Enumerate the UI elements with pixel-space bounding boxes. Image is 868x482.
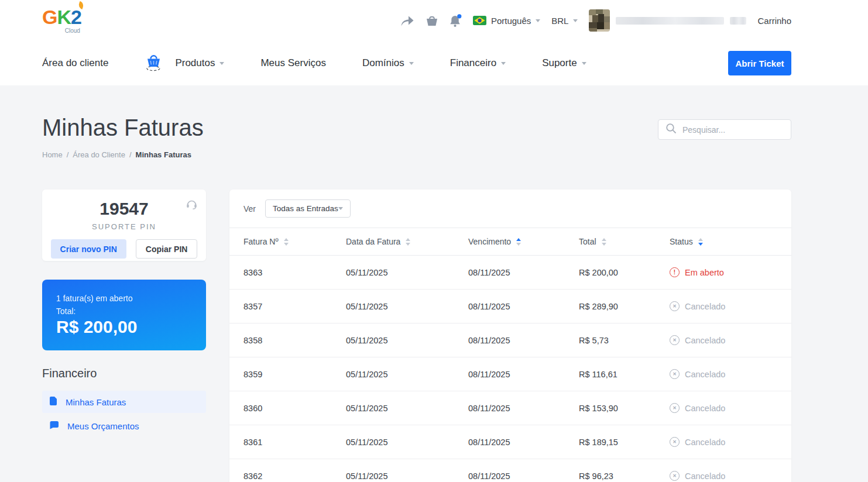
invoice-number: 8358: [243, 336, 346, 345]
support-pin-value: 19547: [42, 199, 206, 219]
avatar: [589, 9, 610, 32]
cart-basket-illustration-icon[interactable]: [145, 53, 163, 74]
column-header-data-da-fatura[interactable]: Data da Fatura: [346, 237, 468, 246]
sort-icon: [516, 238, 521, 246]
search-icon: [665, 123, 677, 136]
invoice-date: 05/11/2025: [346, 302, 468, 311]
open-ticket-button[interactable]: Abrir Ticket: [728, 51, 791, 75]
column-header-status[interactable]: Status: [670, 237, 777, 246]
invoice-due-date: 08/11/2025: [468, 404, 579, 413]
sidebar-item-meus-orcamentos[interactable]: Meus Orçamentos: [42, 415, 206, 436]
breadcrumb-separator: /: [67, 150, 69, 159]
status-icon: ✕: [670, 437, 680, 447]
status-label: Cancelado: [685, 370, 725, 379]
nav-item-financeiro[interactable]: Financeiro: [450, 57, 506, 69]
search-input[interactable]: [682, 125, 784, 135]
share-icon[interactable]: [400, 15, 414, 27]
breadcrumb: Home / Área do Cliente / Minhas Faturas: [42, 150, 191, 159]
table-header-row: Fatura Nº Data da Fatura Vencimento Tota…: [229, 228, 791, 256]
filter-label: Ver: [243, 204, 256, 214]
status-badge: ✕ Cancelado: [670, 437, 777, 447]
invoice-number: 8359: [243, 370, 346, 379]
table-row[interactable]: 8363 05/11/2025 08/11/2025 R$ 200,00 ! E…: [229, 256, 791, 290]
status-label: Cancelado: [685, 404, 725, 413]
sort-icon: [406, 238, 410, 246]
header: GK2 Cloud Português: [0, 0, 868, 85]
status-badge: ✕ Cancelado: [670, 369, 777, 379]
nav-item-suporte[interactable]: Suporte: [542, 57, 586, 69]
sort-icon: [602, 238, 606, 246]
create-pin-button[interactable]: Criar novo PIN: [51, 239, 126, 259]
currency-selector[interactable]: BRL: [551, 16, 578, 26]
status-label: Em aberto: [685, 268, 724, 277]
invoices-card: Ver Todas as Entradas Fatura Nº Data da …: [229, 190, 791, 482]
invoice-date: 05/11/2025: [346, 370, 468, 379]
breadcrumb-area-do-cliente[interactable]: Área do Cliente: [73, 150, 125, 159]
table-row[interactable]: 8360 05/11/2025 08/11/2025 R$ 153,90 ✕ C…: [229, 391, 791, 425]
sidebar: 19547 SUPORTE PIN Criar novo PIN Copiar …: [42, 190, 206, 439]
page-title: Minhas Faturas: [42, 115, 204, 141]
cart-link[interactable]: Carrinho: [757, 16, 791, 26]
headset-icon: [186, 199, 197, 212]
table-row[interactable]: 8361 05/11/2025 08/11/2025 R$ 189,15 ✕ C…: [229, 425, 791, 459]
gk2-logo[interactable]: GK2 Cloud: [42, 7, 81, 34]
invoice-number: 8360: [243, 404, 346, 413]
invoice-total: R$ 96,23: [579, 471, 670, 481]
user-menu[interactable]: [589, 9, 746, 32]
chevron-down-icon: [582, 62, 586, 65]
nav-item-area-do-cliente[interactable]: Área do cliente: [42, 57, 108, 69]
logo-letter-g: G: [42, 6, 57, 28]
chevron-down-icon: [536, 19, 540, 22]
basket-icon[interactable]: [426, 15, 438, 26]
table-row[interactable]: 8357 05/11/2025 08/11/2025 R$ 289,90 ✕ C…: [229, 290, 791, 323]
table-row[interactable]: 8362 05/11/2025 08/11/2025 R$ 96,23 ✕ Ca…: [229, 459, 791, 482]
table-row[interactable]: 8358 05/11/2025 08/11/2025 R$ 5,73 ✕ Can…: [229, 323, 791, 357]
column-header-vencimento[interactable]: Vencimento: [468, 237, 579, 246]
sidebar-item-minhas-faturas[interactable]: Minhas Faturas: [42, 391, 206, 413]
logo-subtitle: Cloud: [65, 28, 80, 34]
invoice-total: R$ 189,15: [579, 438, 670, 447]
invoice-total: R$ 116,61: [579, 370, 670, 379]
nav-item-meus-servicos[interactable]: Meus Serviços: [260, 57, 325, 69]
invoice-date: 05/11/2025: [346, 336, 468, 345]
open-invoices-count: 1 fatura(s) em aberto: [56, 294, 192, 303]
status-badge: ✕ Cancelado: [670, 301, 777, 311]
invoice-date: 05/11/2025: [346, 438, 468, 447]
status-badge: ✕ Cancelado: [670, 471, 777, 481]
total-label: Total:: [56, 307, 192, 316]
column-header-total[interactable]: Total: [579, 237, 670, 246]
breadcrumb-separator: /: [129, 150, 132, 159]
invoice-total: R$ 200,00: [579, 268, 670, 277]
status-badge: ! Em aberto: [670, 267, 777, 277]
notifications-bell-icon[interactable]: [450, 14, 462, 27]
invoice-date: 05/11/2025: [346, 268, 468, 277]
entries-filter-value: Todas as Entradas: [273, 204, 338, 213]
utility-bar: GK2 Cloud Português: [42, 0, 791, 41]
user-name-redacted-short: [730, 17, 746, 25]
breadcrumb-home[interactable]: Home: [42, 150, 63, 159]
support-pin-card: 19547 SUPORTE PIN Criar novo PIN Copiar …: [42, 190, 206, 261]
invoice-number: 8361: [243, 438, 346, 447]
chevron-down-icon: [219, 62, 224, 65]
invoice-total: R$ 5,73: [579, 336, 670, 345]
nav-item-dominios[interactable]: Domínios: [362, 57, 414, 69]
chevron-down-icon: [501, 62, 506, 65]
open-invoices-summary-card: 1 fatura(s) em aberto Total: R$ 200,00: [42, 280, 206, 350]
document-icon: [49, 396, 57, 408]
entries-filter-select[interactable]: Todas as Entradas: [265, 199, 351, 218]
status-label: Cancelado: [685, 471, 725, 481]
search-box: [658, 119, 791, 140]
table-row[interactable]: 8359 05/11/2025 08/11/2025 R$ 116,61 ✕ C…: [229, 357, 791, 391]
language-selector[interactable]: Português: [473, 16, 540, 26]
invoice-total: R$ 289,90: [579, 302, 670, 311]
invoice-due-date: 08/11/2025: [468, 302, 579, 311]
copy-pin-button[interactable]: Copiar PIN: [136, 239, 198, 259]
status-badge: ✕ Cancelado: [670, 403, 777, 413]
status-label: Cancelado: [685, 302, 725, 311]
invoice-table-body: 8363 05/11/2025 08/11/2025 R$ 200,00 ! E…: [229, 256, 791, 482]
sidebar-section-title: Financeiro: [42, 367, 206, 380]
invoice-date: 05/11/2025: [346, 404, 468, 413]
column-header-fatura-n[interactable]: Fatura Nº: [243, 237, 346, 246]
invoice-due-date: 08/11/2025: [468, 336, 579, 345]
nav-item-produtos[interactable]: Produtos: [175, 57, 224, 69]
